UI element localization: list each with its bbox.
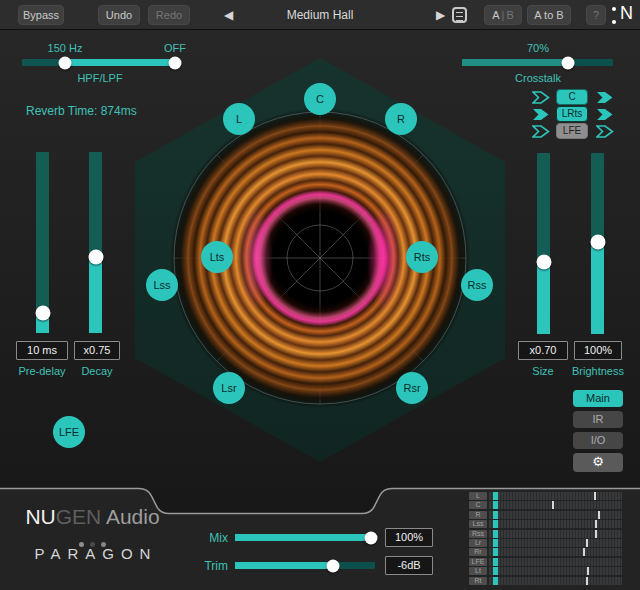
predelay-handle[interactable]	[35, 306, 50, 321]
hpf-lpf-slider[interactable]	[22, 59, 180, 66]
top-toolbar: Bypass Undo Redo ◀ Medium Hall ▶ A|B A t…	[0, 0, 640, 30]
size-slider[interactable]	[537, 153, 550, 334]
meter-bar	[489, 548, 622, 556]
channel-node-r[interactable]: R	[385, 103, 417, 135]
meter-row-lss: Lss	[469, 520, 622, 528]
preset-list-icon[interactable]	[452, 7, 467, 23]
mix-slider[interactable]	[235, 534, 375, 541]
crosstalk-label: Crosstalk	[488, 72, 588, 84]
redo-button[interactable]: Redo	[148, 5, 190, 25]
meter-bar	[489, 492, 622, 500]
route-in-lfe-chevron-icon[interactable]	[532, 125, 550, 138]
route-out-lrts-chevron-icon[interactable]	[596, 108, 614, 121]
size-label: Size	[518, 365, 568, 377]
decay-label: Decay	[72, 365, 122, 377]
channel-node-lsr[interactable]: Lsr	[213, 372, 245, 404]
meter-bar	[489, 530, 622, 538]
view-main-button[interactable]: Main	[573, 390, 623, 407]
trim-label: Trim	[198, 559, 228, 573]
nugen-logo-n: N	[620, 3, 633, 24]
a-to-b-button[interactable]: A to B	[527, 5, 571, 25]
channel-node-lss[interactable]: Lss	[146, 269, 178, 301]
mix-handle[interactable]	[364, 531, 377, 544]
crosstalk-slider[interactable]	[462, 59, 613, 66]
meter-row-r: R	[469, 511, 622, 519]
route-lrts-button[interactable]: LRts	[556, 106, 588, 122]
trim-value-box[interactable]: -6dB	[385, 556, 433, 575]
channel-node-rts[interactable]: Rts	[406, 241, 438, 273]
meter-row-l: L	[469, 492, 622, 500]
previous-preset-icon[interactable]: ◀	[224, 0, 233, 30]
meter-bar	[489, 577, 622, 585]
next-preset-icon[interactable]: ▶	[436, 0, 445, 30]
view-ir-button[interactable]: IR	[573, 411, 623, 428]
ab-a-label: A	[492, 9, 499, 21]
ab-b-label: B	[506, 9, 513, 21]
peak-marker	[587, 567, 589, 575]
decay-handle[interactable]	[88, 249, 103, 264]
peak-marker	[595, 520, 597, 528]
help-button[interactable]: ?	[586, 5, 606, 25]
meter-bar	[489, 539, 622, 547]
peak-marker	[586, 539, 588, 547]
peak-marker	[586, 577, 588, 585]
predelay-label: Pre-delay	[12, 365, 72, 377]
route-in-c-chevron-icon[interactable]	[532, 91, 550, 104]
gear-icon: ⚙	[592, 454, 604, 469]
channel-node-l[interactable]: L	[223, 103, 255, 135]
predelay-value-box[interactable]: 10 ms	[16, 341, 68, 360]
peak-marker	[595, 530, 597, 538]
settings-gear-button[interactable]: ⚙	[573, 453, 623, 472]
bypass-button[interactable]: Bypass	[18, 5, 64, 25]
channel-node-rss[interactable]: Rss	[461, 269, 493, 301]
predelay-slider[interactable]	[36, 152, 49, 333]
mix-value-box[interactable]: 100%	[385, 528, 433, 547]
meter-row-lt: Lt	[469, 567, 622, 575]
decay-value-box[interactable]: x0.75	[74, 341, 120, 360]
ab-compare-button[interactable]: A|B	[484, 5, 522, 25]
lpf-value: OFF	[150, 42, 200, 54]
reverb-time-readout: Reverb Time: 874ms	[26, 104, 186, 118]
meter-bar	[489, 511, 622, 519]
preset-name[interactable]: Medium Hall	[245, 0, 395, 30]
channel-node-lfe[interactable]: LFE	[53, 416, 85, 448]
lpf-handle[interactable]	[169, 56, 182, 69]
view-io-button[interactable]: I/O	[573, 432, 623, 449]
meter-bar	[489, 567, 622, 575]
channel-node-c[interactable]: C	[304, 83, 336, 115]
brand-block: NUGEN Audio PARAGON	[0, 487, 185, 562]
meter-row-rss: Rss	[469, 530, 622, 538]
trim-handle[interactable]	[327, 559, 340, 572]
meter-row-lr: Lr	[469, 539, 622, 547]
size-value-box[interactable]: x0.70	[518, 341, 568, 360]
channel-node-rsr[interactable]: Rsr	[396, 372, 428, 404]
brand-dots-icon	[0, 533, 185, 539]
mix-label: Mix	[198, 531, 228, 545]
crosstalk-handle[interactable]	[561, 56, 574, 69]
nugen-logo-dots-icon	[612, 7, 617, 24]
meter-row-lfe: LFE	[469, 558, 622, 566]
peak-marker	[552, 501, 554, 509]
decay-slider[interactable]	[89, 152, 102, 333]
hpf-handle[interactable]	[58, 56, 71, 69]
meter-row-c: C	[469, 501, 622, 509]
route-lfe-button[interactable]: LFE	[556, 123, 588, 139]
brightness-slider[interactable]	[591, 153, 604, 334]
route-out-lfe-chevron-icon[interactable]	[596, 125, 614, 138]
undo-button[interactable]: Undo	[98, 5, 140, 25]
brightness-handle[interactable]	[590, 234, 605, 249]
route-in-lrts-chevron-icon[interactable]	[532, 108, 550, 121]
brightness-value-box[interactable]: 100%	[574, 341, 622, 360]
size-handle[interactable]	[536, 254, 551, 269]
paragon-plugin-window: Bypass Undo Redo ◀ Medium Hall ▶ A|B A t…	[0, 0, 640, 590]
trim-slider[interactable]	[235, 562, 375, 569]
hpf-lpf-label: HPF/LPF	[50, 72, 150, 84]
channel-node-lts[interactable]: Lts	[201, 241, 233, 273]
route-c-button[interactable]: C	[556, 89, 588, 105]
meter-bar	[489, 558, 622, 566]
meter-row-rr: Rr	[469, 548, 622, 556]
crosstalk-value: 70%	[508, 42, 568, 54]
peak-marker	[583, 548, 585, 556]
route-out-c-chevron-icon[interactable]	[596, 91, 614, 104]
peak-marker	[598, 511, 600, 519]
